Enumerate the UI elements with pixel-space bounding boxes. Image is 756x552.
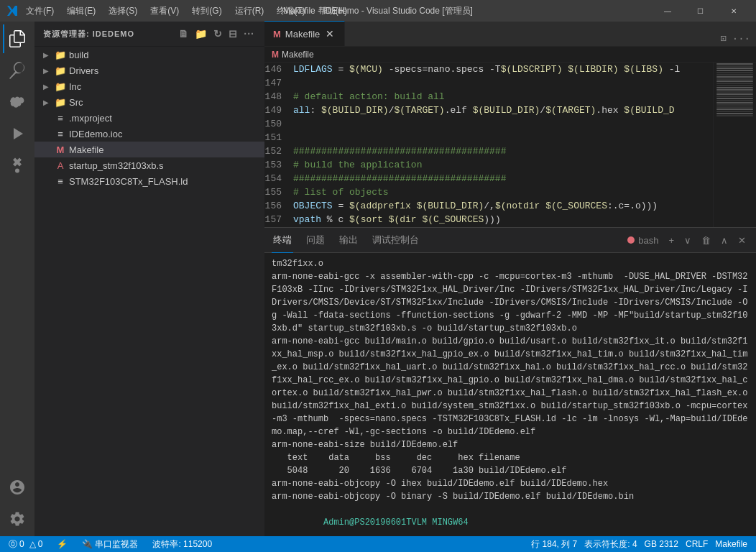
sidebar-item-label: Drivers — [69, 65, 98, 76]
status-baud[interactable]: 波特率: 115200 — [149, 536, 215, 552]
status-serial[interactable]: 🔌 串口监视器 — [79, 536, 141, 552]
minimize-button[interactable]: — — [651, 0, 684, 22]
line-number: 156 — [264, 199, 293, 213]
sidebar-item-drivers[interactable]: ▶ 📁 Drivers — [34, 63, 264, 78]
tab-actions[interactable]: ⊡ ··· — [714, 31, 756, 46]
minimap-line — [716, 74, 753, 75]
tab-close-button[interactable]: ✕ — [324, 28, 336, 40]
folder-icon: 📁 — [55, 65, 66, 76]
sidebar-item-label: Makefile — [69, 144, 103, 155]
terminal-line: arm-none-eabi-objcopy -O binary -S build… — [272, 490, 749, 503]
terminal-line: text data bss dec hex filename — [272, 451, 749, 464]
status-eol[interactable]: CRLF — [683, 536, 711, 552]
sidebar-item-inc[interactable]: ▶ 📁 Inc — [34, 78, 264, 94]
terminal-line: arm-none-eabi-gcc -x assembler-with-cpp … — [272, 270, 749, 335]
terminal-prompt-line: Admin@PS20190601TVLM MINGW64 /d/ST/CubeM… — [272, 503, 749, 536]
menu-file[interactable]: 文件(F) — [23, 4, 57, 19]
minimap-line — [716, 76, 753, 78]
terminal-dropdown-button[interactable]: ∨ — [681, 234, 694, 247]
refresh-icon[interactable]: ↻ — [212, 27, 224, 41]
window-controls[interactable]: — ☐ ✕ — [651, 0, 750, 22]
code-line-147: 147 — [264, 76, 713, 90]
sidebar-item-ioc[interactable]: ▶ ≡ IDEdemo.ioc — [34, 126, 264, 142]
maximize-terminal-button[interactable]: ∧ — [718, 234, 731, 247]
minimap-line — [716, 91, 753, 93]
code-line-157: 157 vpath % c $(sort $(dir $(C_SOURCES))… — [264, 213, 713, 226]
split-editor-icon[interactable]: ⊡ — [719, 31, 727, 46]
activity-git[interactable] — [3, 88, 32, 116]
encoding-label: GB 2312 — [645, 539, 678, 549]
terminal-prompt-user: Admin@PS20190601TVLM MINGW64 — [323, 518, 469, 528]
line-number: 147 — [264, 76, 293, 90]
minimap-line — [716, 87, 753, 88]
minimap-line — [716, 68, 753, 69]
activity-explorer[interactable] — [3, 24, 32, 53]
sidebar-item-mxproject[interactable]: ▶ ≡ .mxproject — [34, 110, 264, 126]
line-number: 154 — [264, 172, 293, 185]
indent-label: 表示符长度: 4 — [584, 538, 637, 551]
activity-settings[interactable] — [3, 505, 32, 533]
minimap-line — [716, 106, 753, 108]
terminal-content[interactable]: tm32f1xx.o arm-none-eabi-gcc -x assemble… — [264, 253, 756, 536]
minimap-line — [716, 100, 753, 101]
sidebar-item-src[interactable]: ▶ 📁 Src — [34, 94, 264, 110]
status-language[interactable]: Makefile — [712, 536, 750, 552]
new-terminal-button[interactable]: + — [665, 234, 677, 247]
tab-makefile[interactable]: M Makefile ✕ — [264, 21, 345, 46]
arrow-spacer: ▶ — [43, 178, 55, 185]
new-folder-icon[interactable]: 📁 — [193, 27, 209, 41]
minimap-line — [716, 80, 753, 82]
maximize-button[interactable]: ☐ — [684, 0, 717, 22]
menu-select[interactable]: 选择(S) — [106, 4, 140, 19]
tab-bar: M Makefile ✕ ⊡ ··· — [264, 22, 756, 47]
status-lightning[interactable]: ⚡ — [54, 536, 70, 552]
menu-edit[interactable]: 编辑(E) — [64, 4, 98, 19]
activity-run[interactable] — [3, 119, 32, 148]
more-icon[interactable]: ··· — [242, 27, 256, 41]
status-errors[interactable]: ⓪ 0 △ 0 — [6, 536, 45, 552]
sidebar-title: 资源管理器: IDEDEMO — [43, 29, 134, 40]
close-terminal-button[interactable]: ✕ — [735, 234, 749, 247]
kill-terminal-button[interactable]: 🗑 — [699, 234, 714, 247]
status-position[interactable]: 行 184, 列 7 — [528, 536, 580, 552]
sidebar-item-label: startup_stm32f103xb.s — [69, 160, 164, 171]
sidebar-header-icons[interactable]: 🗎 📁 ↻ ⊟ ··· — [177, 27, 256, 41]
line-number: 157 — [264, 213, 293, 226]
breadcrumb-label: Makefile — [282, 50, 314, 60]
code-line-149: 149 all: $(BUILD_DIR)/$(TARGET).elf $(BU… — [264, 104, 713, 117]
more-actions-icon[interactable]: ··· — [731, 32, 752, 46]
sidebar-item-build[interactable]: ▶ 📁 build — [34, 47, 264, 63]
status-encoding[interactable]: GB 2312 — [642, 536, 681, 552]
menu-run[interactable]: 运行(R) — [232, 4, 267, 19]
sidebar-item-ld[interactable]: ▶ ≡ STM32F103C8Tx_FLASH.ld — [34, 173, 264, 189]
folder-icon: 📁 — [55, 49, 66, 60]
activity-account[interactable] — [3, 473, 32, 502]
menu-goto[interactable]: 转到(G) — [189, 4, 224, 19]
folder-icon: 📁 — [55, 96, 66, 108]
terminal-tab-output[interactable]: 输出 — [338, 228, 359, 253]
sidebar-item-startup[interactable]: ▶ A startup_stm32f103xb.s — [34, 157, 264, 173]
close-button[interactable]: ✕ — [717, 0, 750, 22]
new-file-icon[interactable]: 🗎 — [177, 27, 190, 41]
terminal-tab-terminal[interactable]: 终端 — [272, 228, 293, 253]
terminal-tab-debug[interactable]: 调试控制台 — [371, 228, 420, 253]
line-content: all: $(BUILD_DIR)/$(TARGET).elf $(BUILD_… — [293, 104, 713, 117]
menu-view[interactable]: 查看(V) — [147, 4, 182, 19]
code-editor[interactable]: 146 LDFLAGS = $(MCU) -specs=nano.specs -… — [264, 63, 713, 227]
terminal-tab-problems[interactable]: 问题 — [305, 228, 326, 253]
warning-icon: △ — [29, 539, 36, 549]
activity-extensions[interactable] — [3, 151, 32, 180]
status-indent[interactable]: 表示符长度: 4 — [581, 536, 640, 552]
line-content — [293, 131, 713, 144]
warning-count: 0 — [38, 539, 43, 549]
minimap-line — [716, 113, 753, 114]
terminal-actions[interactable]: bash + ∨ 🗑 ∧ ✕ — [624, 234, 749, 247]
sidebar-item-makefile[interactable]: ▶ M Makefile — [34, 142, 264, 157]
file-icon: ≡ — [55, 128, 66, 139]
error-icon: ⓪ — [9, 538, 17, 551]
minimap-line — [716, 72, 753, 73]
line-content: vpath % c $(sort $(dir $(C_SOURCES))) — [293, 213, 713, 226]
activity-search[interactable] — [3, 56, 32, 85]
serial-label: 串口监视器 — [95, 538, 138, 551]
collapse-icon[interactable]: ⊟ — [227, 27, 239, 41]
